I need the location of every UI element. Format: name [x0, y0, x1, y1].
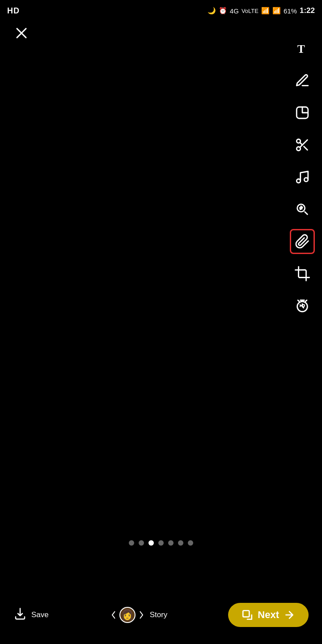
text-icon: T [295, 41, 310, 56]
hd-label: HD [7, 6, 20, 16]
crop-icon [295, 266, 310, 281]
crop-tool-button[interactable] [290, 261, 315, 286]
alarm-icon: ⏰ [219, 7, 227, 15]
page-dots [0, 540, 322, 546]
next-arrow-icon [284, 609, 295, 621]
timer-tool-button[interactable] [290, 293, 315, 318]
paperclip-icon [295, 234, 310, 249]
save-button[interactable]: Save [13, 607, 49, 623]
network-label: 4G [230, 7, 239, 15]
svg-point-9 [297, 179, 301, 183]
dot-2 [139, 540, 144, 546]
story-label: Story [150, 610, 168, 619]
dot-4 [158, 540, 164, 546]
scissors-tool-button[interactable] [290, 132, 315, 157]
timer-icon [295, 298, 310, 314]
close-button[interactable] [11, 22, 32, 44]
dot-3 [148, 540, 154, 546]
sticker-tool-button[interactable] [290, 100, 315, 125]
effects-icon [295, 202, 310, 217]
bottom-bar: Save 👩 Story Next [0, 595, 322, 644]
music-tool-button[interactable] [290, 165, 315, 190]
status-right: 🌙 ⏰ 4G VoLTE 📶 📶 61% 1:22 [208, 6, 315, 15]
right-toolbar: T [290, 36, 315, 318]
next-icon [242, 609, 253, 621]
text-tool-button[interactable]: T [290, 36, 315, 61]
dot-7 [188, 540, 193, 546]
svg-line-8 [300, 143, 302, 145]
draw-icon [295, 73, 310, 88]
dot-5 [168, 540, 174, 546]
scissors-icon [295, 137, 310, 153]
dot-6 [178, 540, 183, 546]
signal2-icon: 📶 [272, 7, 281, 15]
next-button[interactable]: Next [228, 603, 309, 627]
draw-tool-button[interactable] [290, 68, 315, 93]
dot-1 [129, 540, 134, 546]
next-label: Next [258, 609, 279, 621]
story-right-arrow-icon [137, 610, 145, 620]
volte-icon: VoLTE [242, 8, 258, 14]
status-bar: HD 🌙 ⏰ 4G VoLTE 📶 📶 61% 1:22 [0, 0, 322, 21]
time-label: 1:22 [300, 6, 315, 15]
music-icon [295, 169, 310, 185]
sleep-icon: 🌙 [208, 7, 216, 15]
story-avatar: 👩 [119, 607, 136, 623]
close-icon [15, 26, 28, 40]
effects-tool-button[interactable] [290, 197, 315, 222]
signal-icon: 📶 [261, 7, 270, 15]
story-wrapper: 👩 [110, 607, 145, 623]
sticker-icon [295, 105, 310, 120]
svg-line-7 [304, 147, 307, 150]
svg-text:T: T [297, 42, 305, 55]
save-icon [13, 607, 27, 623]
svg-rect-13 [243, 610, 250, 617]
save-label: Save [31, 610, 49, 619]
link-tool-button[interactable] [290, 229, 315, 254]
story-button[interactable]: 👩 Story [110, 607, 168, 623]
battery-label: 61% [284, 7, 297, 15]
svg-point-10 [304, 178, 308, 182]
story-left-arrow-icon [110, 610, 118, 620]
